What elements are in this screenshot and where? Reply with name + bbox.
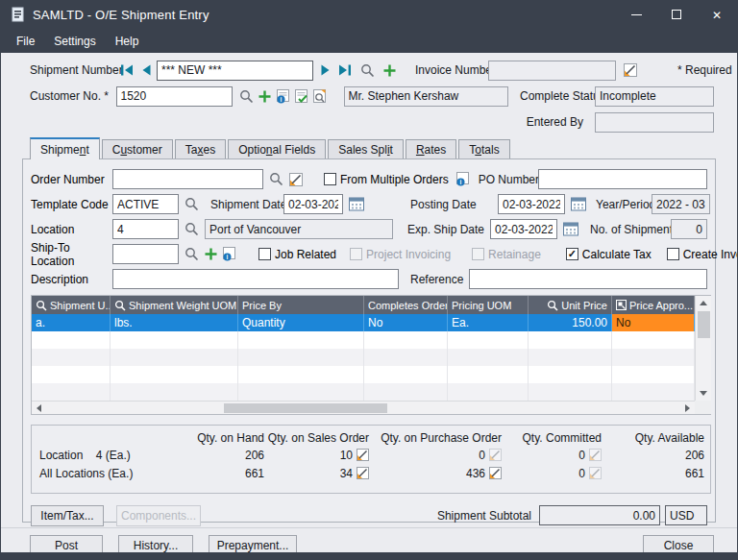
order-number-input[interactable] [112, 169, 263, 189]
cell-shipment-u[interactable]: a. [32, 314, 111, 331]
ship-to-location-input[interactable] [112, 244, 179, 264]
qty-drilldown-button[interactable] [357, 449, 369, 461]
description-input[interactable] [112, 269, 399, 289]
close-window-button[interactable] [697, 0, 737, 29]
qty-drilldown-button[interactable] [489, 449, 502, 461]
column-header-price-by[interactable]: Price By [238, 296, 364, 314]
scroll-left-button[interactable] [32, 402, 46, 415]
shipment-finder-button[interactable] [360, 61, 375, 79]
order-note-icon[interactable] [289, 171, 303, 188]
scroll-right-button[interactable] [680, 402, 695, 415]
minimize-icon [631, 14, 642, 15]
grid-empty-row[interactable] [32, 349, 695, 366]
nav-previous-button[interactable] [140, 61, 152, 79]
post-button[interactable]: Post [30, 535, 103, 553]
scroll-up-button[interactable] [696, 296, 711, 310]
cell-unit-price[interactable]: 150.00 [529, 314, 612, 331]
location-finder-button[interactable] [184, 221, 199, 238]
tab-shipment[interactable]: Shipment [30, 137, 100, 159]
posting-date-calendar-button[interactable] [571, 196, 586, 213]
po-number-input[interactable] [538, 169, 707, 189]
tab-taxes[interactable]: Taxes [175, 139, 226, 158]
new-shipment-button[interactable] [383, 61, 396, 79]
cell-price-appro[interactable]: No [612, 314, 695, 331]
qty-drilldown-button[interactable] [489, 467, 502, 479]
customer-check-button[interactable] [295, 87, 308, 105]
reference-input[interactable] [469, 269, 707, 289]
column-header-shipment-u[interactable]: Shipment U... [32, 296, 111, 314]
search-icon [114, 300, 126, 311]
item-tax-button[interactable]: Item/Tax... [31, 505, 104, 526]
template-code-input[interactable] [112, 194, 179, 214]
shipment-date-calendar-button[interactable] [349, 196, 364, 213]
history-button[interactable]: History... [118, 535, 193, 553]
exp-ship-date-input[interactable] [490, 219, 557, 239]
search-icon [184, 247, 199, 261]
menu-settings[interactable]: Settings [44, 31, 105, 52]
shipment-date-input[interactable] [283, 194, 343, 214]
create-invoice-checkbox[interactable]: Create Invoice [667, 248, 737, 261]
column-header-pricing-uom[interactable]: Pricing UOM [448, 296, 529, 314]
nav-next-button[interactable] [320, 61, 332, 79]
grid-empty-row[interactable] [32, 331, 695, 349]
from-multiple-orders-checkbox[interactable]: From Multiple Orders [324, 173, 449, 186]
ship-to-finder-button[interactable] [184, 246, 199, 263]
qty-drilldown-button[interactable] [589, 449, 602, 461]
grid-horizontal-scrollbar[interactable] [32, 401, 695, 414]
cell-price-by[interactable]: Quantity [238, 314, 364, 331]
orders-info-button[interactable]: i [456, 171, 469, 188]
new-ship-to-button[interactable] [205, 246, 217, 263]
nav-first-button[interactable] [120, 61, 135, 79]
grid-vertical-scrollbar[interactable] [695, 296, 711, 401]
cell-shipment-weight-uom[interactable]: lbs. [111, 314, 238, 331]
arrow-right-icon [685, 404, 690, 412]
tab-optional-fields[interactable]: Optional Fields [228, 139, 326, 158]
order-finder-button[interactable] [269, 171, 283, 188]
tab-rates[interactable]: Rates [406, 139, 456, 158]
tab-sales-split[interactable]: Sales Split [328, 139, 404, 158]
tab-customer[interactable]: Customer [102, 139, 173, 158]
grid-row[interactable]: a.lbs.QuantityNoEa.150.00No [32, 314, 695, 331]
order-number-label: Order Number [31, 173, 112, 186]
qty-drilldown-button[interactable] [589, 467, 602, 479]
new-customer-button[interactable] [258, 87, 271, 105]
shipment-number-input[interactable] [157, 61, 313, 81]
ship-to-info-button[interactable]: i [223, 246, 235, 263]
calculate-tax-checkbox[interactable]: Calculate Tax [566, 248, 652, 261]
template-finder-button[interactable] [184, 196, 199, 213]
cell-completes-order[interactable]: No [364, 314, 448, 331]
grid-empty-row[interactable] [32, 383, 695, 401]
grid-empty-row[interactable] [32, 366, 695, 383]
app-icon [11, 6, 25, 23]
column-header-unit-price[interactable]: Unit Price [529, 296, 612, 314]
column-header-price-appro[interactable]: Price Appro... [612, 296, 695, 314]
customer-number-input[interactable] [116, 86, 233, 107]
invoice-note-icon[interactable] [624, 61, 637, 79]
scroll-down-button[interactable] [696, 386, 711, 401]
cell-pricing-uom[interactable]: Ea. [448, 314, 529, 331]
prepayment-button[interactable]: Prepayment... [209, 535, 297, 553]
menu-help[interactable]: Help [106, 31, 149, 52]
customer-finder-button[interactable] [239, 87, 254, 105]
exp-ship-date-calendar-button[interactable] [563, 221, 578, 238]
maximize-button[interactable] [656, 0, 697, 29]
grid-body: a.lbs.QuantityNoEa.150.00No [32, 314, 695, 401]
horizontal-scroll-thumb[interactable] [224, 403, 387, 413]
currency-field [665, 505, 707, 525]
customer-inquiry-button[interactable] [313, 87, 327, 105]
arrow-left-icon [37, 404, 41, 412]
nav-last-button[interactable] [337, 61, 352, 79]
job-related-checkbox[interactable]: Job Related [258, 248, 336, 261]
vertical-scroll-thumb[interactable] [698, 311, 710, 338]
column-header-completes-order[interactable]: Completes Order [364, 296, 448, 314]
column-header-shipment-weight-uom[interactable]: Shipment Weight UOM [111, 296, 238, 314]
location-input[interactable] [112, 219, 179, 239]
customer-info-button[interactable]: i [277, 87, 289, 105]
tab-totals[interactable]: Totals [458, 139, 509, 158]
posting-date-input[interactable] [498, 194, 565, 214]
menu-file[interactable]: File [7, 31, 44, 52]
minimize-button[interactable] [616, 0, 656, 29]
qty-drilldown-button[interactable] [357, 467, 369, 479]
qty-value: 10 [264, 449, 369, 462]
close-button[interactable]: Close [643, 535, 714, 553]
